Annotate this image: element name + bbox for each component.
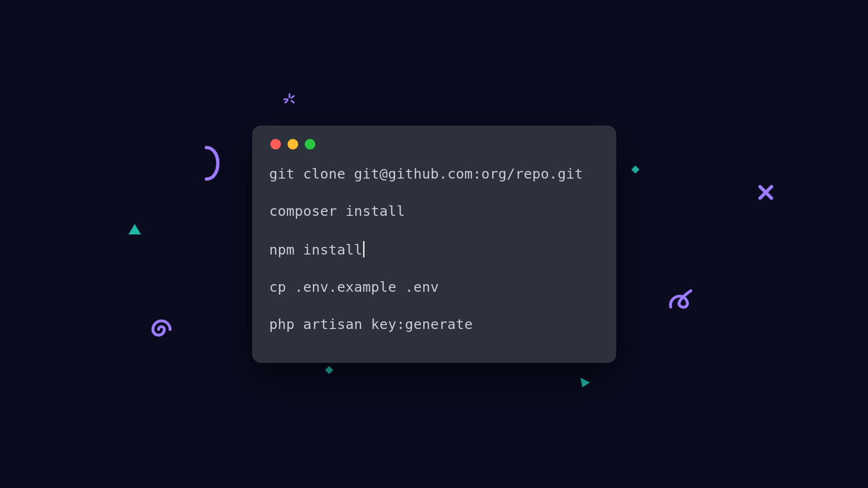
terminal-window: git clone git@github.com:org/repo.gitcom… — [252, 126, 616, 363]
text-cursor — [363, 241, 364, 257]
zoom-button[interactable] — [305, 139, 315, 149]
canvas: git clone git@github.com:org/repo.gitcom… — [86, 49, 782, 439]
svg-line-3 — [285, 101, 288, 103]
terminal-line: php artisan key:generate — [269, 317, 599, 332]
window-controls — [269, 139, 599, 149]
svg-line-2 — [291, 101, 294, 103]
minimize-button[interactable] — [288, 139, 298, 149]
spiral-icon — [146, 314, 177, 345]
triangle-right-icon — [579, 376, 592, 388]
triangle-up-icon — [128, 223, 142, 235]
squiggle-icon — [666, 284, 699, 313]
cross-icon — [756, 183, 775, 202]
svg-rect-6 — [325, 366, 333, 374]
svg-line-4 — [291, 96, 294, 98]
terminal-content[interactable]: git clone git@github.com:org/repo.gitcom… — [269, 167, 599, 332]
terminal-line: npm install — [269, 241, 599, 258]
svg-rect-5 — [631, 166, 639, 174]
terminal-line: git clone git@github.com:org/repo.git — [269, 167, 599, 182]
close-button[interactable] — [270, 139, 281, 149]
terminal-line: cp .env.example .env — [269, 280, 599, 295]
terminal-line: composer install — [269, 204, 599, 219]
diamond-icon — [322, 363, 336, 377]
diamond-icon — [629, 163, 642, 176]
spark-icon — [282, 92, 297, 106]
halfcircle-icon — [203, 145, 226, 182]
